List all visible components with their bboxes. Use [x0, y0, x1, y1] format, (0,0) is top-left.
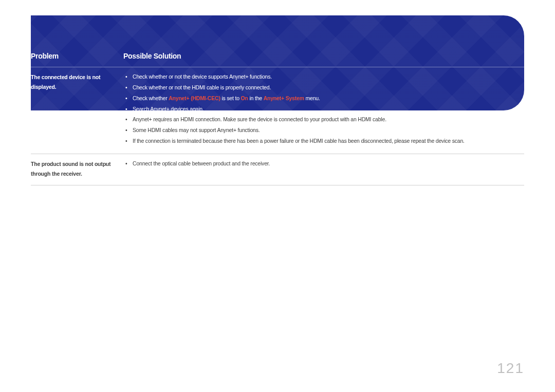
- list-item: Some HDMI cables may not support Anynet+…: [123, 126, 524, 135]
- solution-text: in the: [248, 95, 264, 101]
- solution-list: Check whether or not the device supports…: [123, 72, 524, 146]
- solution-text: If the connection is terminated because …: [133, 138, 465, 144]
- problem-cell: The connected device is not displayed.: [31, 72, 121, 147]
- solution-text: Check whether: [133, 95, 169, 101]
- solution-text: Connect the optical cable between produc…: [133, 160, 270, 166]
- list-item: If the connection is terminated because …: [123, 137, 524, 146]
- troubleshooting-table: Problem Possible Solution The connected …: [31, 51, 524, 185]
- solution-text: Check whether or not the device supports…: [133, 73, 272, 80]
- table-header-row: Problem Possible Solution: [31, 51, 524, 67]
- table-row: The product sound is not output through …: [31, 154, 524, 185]
- highlight-text: Anynet+ (HDMI-CEC): [169, 95, 220, 101]
- solution-text: is set to: [220, 95, 241, 101]
- list-item: Check whether Anynet+ (HDMI-CEC) is set …: [123, 94, 524, 103]
- header-solution-col: Possible Solution: [121, 51, 524, 61]
- header-problem-label: Problem: [31, 52, 59, 60]
- list-item: Search Anynet+ devices again.: [123, 105, 524, 114]
- page-container: Problem Possible Solution The connected …: [0, 0, 555, 392]
- content-area: Problem Possible Solution The connected …: [31, 15, 524, 185]
- list-item: Check whether or not the device supports…: [123, 72, 524, 82]
- header-problem-col: Problem: [31, 51, 121, 61]
- problem-text: The connected device is not displayed.: [31, 72, 121, 92]
- list-item: Anynet+ requires an HDMI connection. Mak…: [123, 115, 524, 124]
- solution-text: Some HDMI cables may not support Anynet+…: [133, 127, 260, 133]
- header-solution-label: Possible Solution: [123, 52, 181, 60]
- solution-cell: Connect the optical cable between produc…: [121, 159, 524, 179]
- list-item: Connect the optical cable between produc…: [123, 159, 524, 169]
- problem-cell: The product sound is not output through …: [31, 159, 121, 179]
- highlight-text: Anynet+ System: [264, 95, 304, 101]
- list-item: Check whether or not the HDMI cable is p…: [123, 83, 524, 92]
- table-row: The connected device is not displayed. C…: [31, 67, 524, 154]
- solution-text: menu.: [304, 95, 320, 101]
- solution-text: Check whether or not the HDMI cable is p…: [133, 84, 271, 90]
- solution-list: Connect the optical cable between produc…: [123, 159, 524, 169]
- solution-text: Search Anynet+ devices again.: [133, 106, 204, 112]
- solution-cell: Check whether or not the device supports…: [121, 72, 524, 147]
- page-number: 121: [497, 360, 524, 377]
- solution-text: Anynet+ requires an HDMI connection. Mak…: [133, 116, 386, 122]
- problem-text: The product sound is not output through …: [31, 159, 121, 179]
- highlight-text: On: [241, 95, 248, 101]
